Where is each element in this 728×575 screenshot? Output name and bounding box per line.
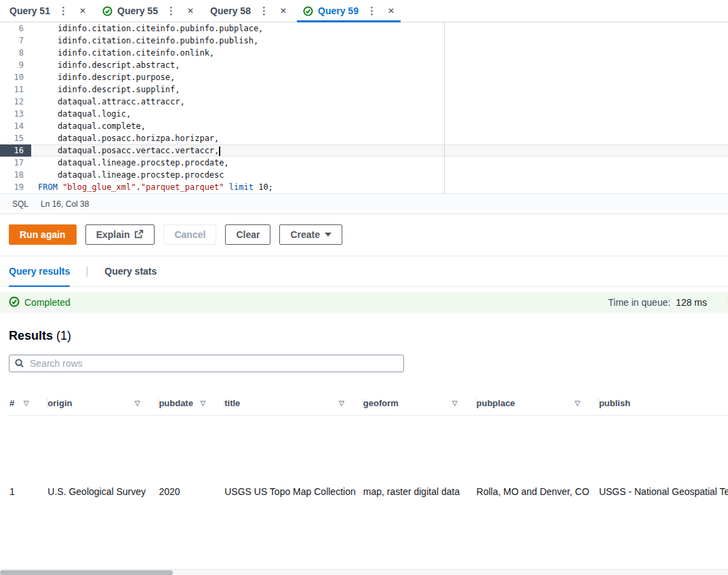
query-tab[interactable]: Query 55⋮✕ — [94, 0, 202, 22]
table-row[interactable]: 1U.S. Geological Survey2020USGS US Topo … — [9, 416, 728, 568]
line-number: 14 — [0, 120, 31, 132]
create-button[interactable]: Create — [279, 224, 342, 245]
code-token: dataqual.lineage.procstep.procdate, — [38, 158, 229, 167]
code-token: dataqual.posacc.vertacc.vertaccr, — [38, 146, 219, 155]
tab-query-results-label: Query results — [9, 266, 70, 277]
column-header-geoform[interactable]: geoform▽ — [363, 398, 477, 408]
tab-close-icon[interactable]: ✕ — [385, 6, 397, 16]
search-rows-input[interactable] — [9, 355, 404, 372]
column-header-origin[interactable]: origin▽ — [47, 398, 159, 408]
results-count: (1) — [56, 329, 71, 342]
caret-down-icon — [325, 233, 331, 237]
column-header-pubplace[interactable]: pubplace▽ — [477, 398, 599, 408]
column-header-title[interactable]: title▽ — [224, 398, 363, 408]
query-status-banner: Completed Time in queue: 128 ms Run — [0, 292, 728, 313]
code-line[interactable]: 10 idinfo.descript.purpose, — [0, 71, 728, 83]
clear-button[interactable]: Clear — [225, 224, 270, 245]
explain-button[interactable]: Explain — [85, 224, 155, 245]
run-again-button[interactable]: Run again — [9, 224, 77, 245]
code-line[interactable]: 6 idinfo.citation.citeinfo.pubinfo.pubpl… — [0, 22, 728, 35]
code-line[interactable]: 19FROM "blog_glue_xml"."parquet_parquet"… — [0, 181, 728, 193]
code-token: . — [136, 182, 141, 192]
column-header-num[interactable]: #▽ — [9, 398, 47, 408]
table-cell: Rolla, MO and Denver, CO — [477, 486, 599, 497]
tab-query-stats[interactable]: Query stats — [96, 256, 165, 286]
tab-close-icon[interactable]: ✕ — [277, 6, 289, 16]
sort-filter-icon[interactable]: ▽ — [452, 399, 458, 407]
code-token: 10 — [258, 182, 268, 192]
tab-menu-icon[interactable]: ⋮ — [363, 5, 380, 17]
column-header-label: origin — [47, 398, 72, 408]
sort-filter-icon[interactable]: ▽ — [339, 399, 344, 407]
table-cell: 1 — [9, 486, 47, 497]
query-tab-label: Query 55 — [117, 5, 158, 16]
table-cell: USGS US Topo Map Collection — [224, 486, 363, 497]
code-text: idinfo.descript.abstract, — [31, 59, 180, 71]
sort-filter-icon[interactable]: ▽ — [24, 399, 29, 407]
code-text: dataqual.lineage.procstep.procdesc — [31, 169, 224, 181]
code-token: idinfo.descript.supplinf, — [38, 85, 180, 94]
tab-menu-icon[interactable]: ⋮ — [163, 5, 180, 17]
check-circle-icon — [102, 6, 113, 16]
column-header-label: publish — [599, 398, 630, 408]
code-line[interactable]: 16 dataqual.posacc.vertacc.vertaccr, — [0, 144, 728, 157]
code-text: dataqual.lineage.procstep.procdate, — [31, 157, 229, 169]
code-text: dataqual.attracc.attraccr, — [31, 96, 185, 108]
external-link-icon — [134, 229, 144, 241]
code-line[interactable]: 9 idinfo.descript.abstract, — [0, 59, 728, 71]
results-table-inner: #▽origin▽pubdate▽title▽geoform▽pubplace▽… — [0, 391, 728, 568]
code-line[interactable]: 12 dataqual.attracc.attraccr, — [0, 96, 728, 108]
sort-filter-icon[interactable]: ▽ — [575, 399, 580, 407]
tab-query-results[interactable]: Query results — [0, 256, 79, 286]
code-text: FROM "blog_glue_xml"."parquet_parquet" l… — [31, 181, 273, 193]
sql-editor[interactable]: 6 idinfo.citation.citeinfo.pubinfo.pubpl… — [0, 22, 728, 193]
code-token: idinfo.descript.purpose, — [38, 73, 175, 82]
code-token: idinfo.citation.citeinfo.onlink, — [38, 48, 214, 58]
query-tab[interactable]: Query 58⋮✕ — [202, 0, 295, 22]
code-line[interactable]: 11 idinfo.descript.supplinf, — [0, 83, 728, 96]
code-line[interactable]: 7 idinfo.citation.citeinfo.pubinfo.publi… — [0, 35, 728, 47]
column-header-label: pubplace — [477, 398, 515, 408]
tab-menu-icon[interactable]: ⋮ — [256, 5, 272, 17]
tab-menu-icon[interactable]: ⋮ — [55, 5, 72, 17]
line-number: 11 — [0, 83, 31, 96]
code-token: dataqual.lineage.procstep.procdesc — [38, 170, 224, 180]
code-token: dataqual.complete, — [38, 121, 146, 131]
code-line[interactable]: 14 dataqual.complete, — [0, 120, 728, 132]
code-text: dataqual.logic, — [31, 108, 131, 120]
table-cell: map, raster digital data — [363, 486, 477, 497]
tab-close-icon[interactable]: ✕ — [184, 6, 197, 16]
code-token: idinfo.citation.citeinfo.pubinfo.publish… — [38, 36, 258, 45]
tab-separator — [87, 266, 87, 277]
column-header-pubdate[interactable]: pubdate▽ — [159, 398, 224, 408]
horizontal-scrollbar-thumb[interactable] — [0, 570, 173, 575]
code-text: idinfo.descript.purpose, — [31, 71, 175, 83]
line-number: 13 — [0, 108, 31, 120]
code-token: "parquet_parquet" — [141, 182, 224, 192]
code-token: ; — [268, 182, 273, 192]
line-number: 10 — [0, 71, 31, 83]
sort-filter-icon[interactable]: ▽ — [201, 399, 206, 407]
code-line[interactable]: 17 dataqual.lineage.procstep.procdate, — [0, 157, 728, 169]
code-lines: 6 idinfo.citation.citeinfo.pubinfo.pubpl… — [0, 22, 728, 193]
line-number: 7 — [0, 35, 31, 47]
code-token — [224, 182, 229, 192]
horizontal-scrollbar[interactable] — [0, 569, 728, 575]
table-cell: U.S. Geological Survey — [47, 486, 159, 497]
tab-close-icon[interactable]: ✕ — [77, 6, 89, 16]
column-header-publish[interactable]: publish▽ — [599, 398, 728, 408]
code-token: dataqual.logic, — [38, 109, 131, 119]
line-number: 8 — [0, 47, 31, 59]
query-tab[interactable]: Query 51⋮✕ — [1, 0, 94, 22]
line-number: 17 — [0, 157, 31, 169]
sort-filter-icon[interactable]: ▽ — [135, 399, 140, 407]
code-text: idinfo.descript.supplinf, — [31, 83, 180, 96]
check-circle-icon — [303, 6, 313, 16]
code-text: idinfo.citation.citeinfo.pubinfo.pubplac… — [31, 22, 263, 35]
search-rows-container — [9, 355, 404, 372]
code-line[interactable]: 18 dataqual.lineage.procstep.procdesc — [0, 169, 728, 181]
code-line[interactable]: 13 dataqual.logic, — [0, 108, 728, 120]
query-tab[interactable]: Query 59⋮✕ — [295, 0, 403, 22]
code-line[interactable]: 8 idinfo.citation.citeinfo.onlink, — [0, 47, 728, 59]
code-line[interactable]: 15 dataqual.posacc.horizpa.horizpar, — [0, 132, 728, 144]
